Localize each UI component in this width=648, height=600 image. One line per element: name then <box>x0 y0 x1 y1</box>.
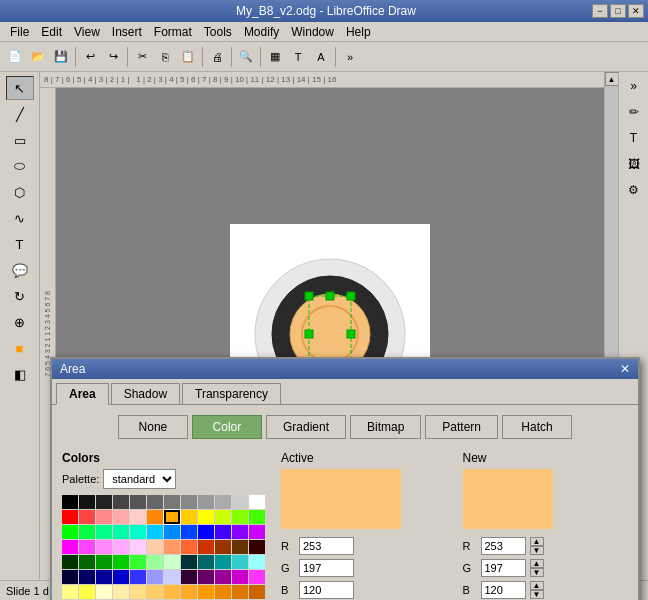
color-cell[interactable] <box>130 495 146 509</box>
color-cell[interactable] <box>198 585 214 599</box>
color-cell[interactable] <box>62 585 78 599</box>
color-cell[interactable] <box>215 585 231 599</box>
minimize-button[interactable]: − <box>592 4 608 18</box>
color-cell[interactable] <box>62 540 78 554</box>
paste-btn[interactable]: 📋 <box>177 46 199 68</box>
color-cell[interactable] <box>181 510 197 524</box>
color-cell[interactable] <box>147 510 163 524</box>
color-cell[interactable] <box>113 555 129 569</box>
save-btn[interactable]: 💾 <box>50 46 72 68</box>
color-cell[interactable] <box>249 570 265 584</box>
color-cell[interactable] <box>62 510 78 524</box>
color-cell[interactable] <box>215 510 231 524</box>
active-r-input[interactable] <box>299 537 354 555</box>
color-cell[interactable] <box>181 555 197 569</box>
active-g-input[interactable] <box>299 559 354 577</box>
new-r-input[interactable] <box>481 537 526 555</box>
menu-edit[interactable]: Edit <box>35 24 68 40</box>
draw-line-tool[interactable]: ╱ <box>6 102 34 126</box>
color-cell[interactable] <box>79 540 95 554</box>
color-cell[interactable] <box>181 525 197 539</box>
color-cell[interactable] <box>249 555 265 569</box>
color-cell[interactable] <box>147 525 163 539</box>
hatch-button[interactable]: Hatch <box>502 415 572 439</box>
color-cell[interactable] <box>198 495 214 509</box>
color-cell[interactable] <box>164 525 180 539</box>
color-cell[interactable] <box>232 525 248 539</box>
close-button[interactable]: ✕ <box>628 4 644 18</box>
color-cell[interactable] <box>164 510 180 524</box>
zoom-btn[interactable]: 🔍 <box>235 46 257 68</box>
expand-btn[interactable]: » <box>622 74 646 98</box>
color-cell[interactable] <box>113 570 129 584</box>
color-cell[interactable] <box>164 540 180 554</box>
color-cell[interactable] <box>232 570 248 584</box>
color-cell[interactable] <box>164 555 180 569</box>
draw-rect-tool[interactable]: ▭ <box>6 128 34 152</box>
color-cell[interactable] <box>147 495 163 509</box>
none-button[interactable]: None <box>118 415 188 439</box>
color-cell[interactable] <box>113 540 129 554</box>
color-cell[interactable] <box>164 495 180 509</box>
new-b-up[interactable]: ▲ <box>530 581 544 590</box>
menu-tools[interactable]: Tools <box>198 24 238 40</box>
color-cell[interactable] <box>96 540 112 554</box>
color-button[interactable]: Color <box>192 415 262 439</box>
color-cell[interactable] <box>249 540 265 554</box>
color-cell[interactable] <box>232 510 248 524</box>
snap-tool[interactable]: ⊕ <box>6 310 34 334</box>
color-cell[interactable] <box>181 495 197 509</box>
color-cell[interactable] <box>164 570 180 584</box>
more-btn[interactable]: » <box>339 46 361 68</box>
tab-transparency[interactable]: Transparency <box>182 383 281 404</box>
color-cell[interactable] <box>249 510 265 524</box>
color-cell[interactable] <box>96 510 112 524</box>
color-cell[interactable] <box>62 555 78 569</box>
gradient-button[interactable]: Gradient <box>266 415 346 439</box>
color-tool[interactable]: ■ <box>6 336 34 360</box>
rotate-tool[interactable]: ↻ <box>6 284 34 308</box>
color-cell[interactable] <box>79 525 95 539</box>
color-cell[interactable] <box>113 525 129 539</box>
print-btn[interactable]: 🖨 <box>206 46 228 68</box>
color-cell[interactable] <box>249 525 265 539</box>
color-cell[interactable] <box>113 585 129 599</box>
menu-modify[interactable]: Modify <box>238 24 285 40</box>
palette-select[interactable]: standard <box>103 469 176 489</box>
select-tool[interactable]: ↖ <box>6 76 34 100</box>
color-cell[interactable] <box>62 525 78 539</box>
color-cell[interactable] <box>249 495 265 509</box>
menu-format[interactable]: Format <box>148 24 198 40</box>
menu-insert[interactable]: Insert <box>106 24 148 40</box>
color-cell[interactable] <box>198 540 214 554</box>
color-cell[interactable] <box>96 555 112 569</box>
color-cell[interactable] <box>232 540 248 554</box>
color-cell[interactable] <box>215 525 231 539</box>
insert-table-btn[interactable]: ▦ <box>264 46 286 68</box>
open-btn[interactable]: 📂 <box>27 46 49 68</box>
color-cell[interactable] <box>181 585 197 599</box>
tab-area[interactable]: Area <box>56 383 109 405</box>
color-cell[interactable] <box>130 525 146 539</box>
color-cell[interactable] <box>198 555 214 569</box>
color-cell[interactable] <box>215 555 231 569</box>
tab-shadow[interactable]: Shadow <box>111 383 180 404</box>
active-b-input[interactable] <box>299 581 354 599</box>
dialog-close-btn[interactable]: ✕ <box>620 362 630 376</box>
menu-window[interactable]: Window <box>285 24 340 40</box>
new-b-input[interactable] <box>481 581 526 599</box>
color-cell[interactable] <box>96 585 112 599</box>
color-cell[interactable] <box>130 510 146 524</box>
color-cell[interactable] <box>113 495 129 509</box>
pattern-button[interactable]: Pattern <box>425 415 498 439</box>
color-cell[interactable] <box>164 585 180 599</box>
image-btn[interactable]: 🖼 <box>622 152 646 176</box>
bitmap-button[interactable]: Bitmap <box>350 415 421 439</box>
pen-tool-btn[interactable]: ✏ <box>622 100 646 124</box>
color-cell[interactable] <box>79 495 95 509</box>
color-cell[interactable] <box>232 495 248 509</box>
draw-ellipse-tool[interactable]: ⬭ <box>6 154 34 178</box>
color-cell[interactable] <box>96 570 112 584</box>
color-cell[interactable] <box>113 510 129 524</box>
draw-curve-tool[interactable]: ∿ <box>6 206 34 230</box>
